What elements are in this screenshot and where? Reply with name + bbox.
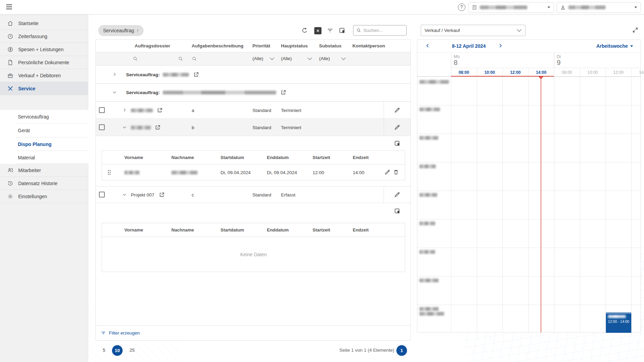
resource-name-redacted (419, 279, 439, 282)
column-chooser-button[interactable] (394, 208, 401, 215)
prioritaet-value: Standard (252, 125, 271, 130)
search-icon[interactable] (192, 56, 197, 61)
calendar-event[interactable]: 12:00 - 14:00 (606, 312, 631, 333)
chevron-down-icon[interactable] (307, 57, 312, 60)
external-link-icon[interactable] (159, 192, 165, 197)
sidebar-subitem-geraet[interactable]: Gerät (0, 124, 88, 137)
company-selector[interactable] (468, 2, 554, 13)
chevron-down-icon[interactable] (270, 57, 274, 60)
external-link-icon[interactable] (155, 125, 160, 130)
create-filter-link[interactable]: Filter erzeugen (96, 325, 410, 340)
next-week-icon[interactable] (498, 43, 504, 49)
column-aufgabenbeschreibung[interactable]: Aufgabenbeschreibung (192, 43, 244, 48)
event-resize-handle[interactable] (606, 312, 631, 314)
filter-button[interactable] (327, 27, 334, 35)
sidebar-item-mitarbeiter[interactable]: Mitarbeiter (0, 164, 88, 177)
task-description: c (192, 192, 194, 197)
calendar-grid-rows[interactable] (417, 77, 641, 332)
excel-export-button[interactable] (314, 27, 321, 34)
hauptstatus-filter-select[interactable]: (Alle) (281, 56, 292, 61)
menu-icon[interactable] (6, 4, 12, 9)
external-link-icon[interactable] (157, 108, 162, 113)
page-size-5[interactable]: 5 (103, 348, 105, 353)
endzeit-value: 14:00 (353, 170, 364, 175)
column-auftragsdossier[interactable]: Auftragsdossier (135, 43, 170, 48)
table-filter-row: (Alle) (Alle) (Alle) (96, 53, 410, 66)
sidebar-item-service[interactable]: Service (0, 82, 88, 95)
sidebar-item-datensatz-historie[interactable]: Datensatz Historie (0, 177, 88, 190)
row-checkbox[interactable] (99, 124, 105, 130)
page-1-button[interactable]: 1 (396, 345, 407, 356)
table-search (353, 25, 407, 36)
row-checkbox[interactable] (99, 192, 105, 197)
user-selector[interactable] (556, 2, 641, 13)
sidebar-subitem-dispo-planung[interactable]: Dispo Planung (0, 137, 88, 151)
sidebar-item-verkauf-debitoren[interactable]: Verkauf + Debitoren (0, 69, 88, 82)
serviceauftrag-table: Auftragsdossier Aufgabenbeschreibung Pri… (95, 39, 411, 341)
page-size-10-active[interactable]: 10 (112, 345, 123, 356)
document-icon (7, 59, 14, 66)
drag-handle-icon[interactable] (108, 170, 111, 175)
search-icon[interactable] (133, 56, 138, 61)
sidebar-item-spesen-leistungen[interactable]: Spesen + Leistungen (0, 43, 88, 56)
delete-trash-icon[interactable] (393, 169, 400, 176)
column-chooser-button[interactable] (394, 140, 401, 147)
row-checkbox[interactable] (99, 107, 105, 113)
page-size-25[interactable]: 25 (129, 348, 135, 353)
current-time-line (541, 77, 541, 332)
refresh-button[interactable] (301, 27, 309, 35)
prioritaet-filter-select[interactable]: (Alle) (252, 56, 263, 61)
chevron-down-icon[interactable] (122, 192, 127, 197)
substatus-filter-select[interactable]: (Alle) (319, 56, 330, 61)
group-row-serviceauftrag-2[interactable]: Serviceauftrag: (96, 83, 410, 102)
task-row-b[interactable]: b Standard Terminiert (96, 119, 410, 136)
assignment-table-header: Vorname Nachname Startdatum Enddatum Sta… (102, 223, 405, 237)
sidebar-subitem-serviceauftrag[interactable]: Serviceauftrag (0, 110, 88, 123)
sidebar-item-persoenliche-dokumente[interactable]: Persönliche Dokumente (0, 56, 88, 69)
column-substatus[interactable]: Substatus (319, 43, 341, 48)
dollar-icon (7, 46, 14, 53)
edit-pencil-icon[interactable] (384, 169, 391, 176)
resource-group-select[interactable]: Verkauf / Verkauf (421, 25, 526, 36)
edit-pencil-icon[interactable] (394, 107, 401, 114)
resource-name-redacted (419, 222, 435, 225)
sort-chip-serviceauftrag[interactable]: Serviceauftrag ↑ (98, 25, 144, 36)
home-icon (7, 20, 14, 26)
prev-week-icon[interactable] (425, 43, 431, 49)
sidebar-item-einstellungen[interactable]: Einstellungen (0, 190, 88, 203)
chevron-down-icon[interactable] (122, 125, 127, 130)
edit-pencil-icon[interactable] (394, 124, 401, 131)
nachname-redacted (171, 171, 197, 174)
view-mode-select[interactable]: Arbeitswoche (596, 43, 633, 49)
group-row-serviceauftrag-1[interactable]: Serviceauftrag: (96, 66, 410, 83)
chevron-down-icon[interactable] (112, 90, 117, 95)
expand-fullscreen-icon[interactable] (632, 27, 639, 34)
sidebar-item-startseite[interactable]: Startseite (0, 17, 88, 30)
column-hauptstatus[interactable]: Hauptstatus (281, 43, 308, 48)
external-link-icon[interactable] (281, 90, 286, 95)
search-input[interactable] (363, 28, 400, 33)
task-row-a[interactable]: a Standard Terminiert (96, 102, 410, 119)
chevron-right-icon[interactable] (122, 108, 127, 113)
sidebar-item-zeiterfassung[interactable]: Zeiterfassung (0, 30, 88, 43)
chevron-down-icon[interactable] (341, 57, 345, 60)
edit-pencil-icon[interactable] (394, 191, 401, 198)
history-icon (7, 180, 14, 186)
column-prioritaet[interactable]: Priorität (252, 43, 270, 48)
help-icon[interactable]: ? (458, 3, 465, 11)
external-link-icon[interactable] (193, 72, 199, 77)
task-row-c[interactable]: Projekt 007 c Standard Erfasst (96, 186, 410, 203)
user-name-redacted (568, 5, 606, 9)
column-chooser-button[interactable] (339, 27, 346, 35)
assignment-table-empty: Vorname Nachname Startdatum Enddatum Sta… (102, 223, 405, 272)
resource-name-redacted (419, 136, 438, 140)
prioritaet-value: Standard (252, 108, 271, 113)
resource-name-redacted (419, 312, 444, 316)
assignment-table: Vorname Nachname Startdatum Enddatum Sta… (102, 150, 405, 180)
column-kontaktperson[interactable]: Kontaktperson (352, 43, 385, 48)
sidebar-subitem-material[interactable]: Material (0, 151, 88, 164)
assignment-row[interactable]: Di, 09.04.2024 Di, 09.04.2024 12:00 14:0… (102, 165, 405, 180)
chevron-right-icon[interactable] (112, 72, 117, 77)
dossier-redacted (131, 109, 153, 112)
search-icon[interactable] (178, 56, 183, 61)
